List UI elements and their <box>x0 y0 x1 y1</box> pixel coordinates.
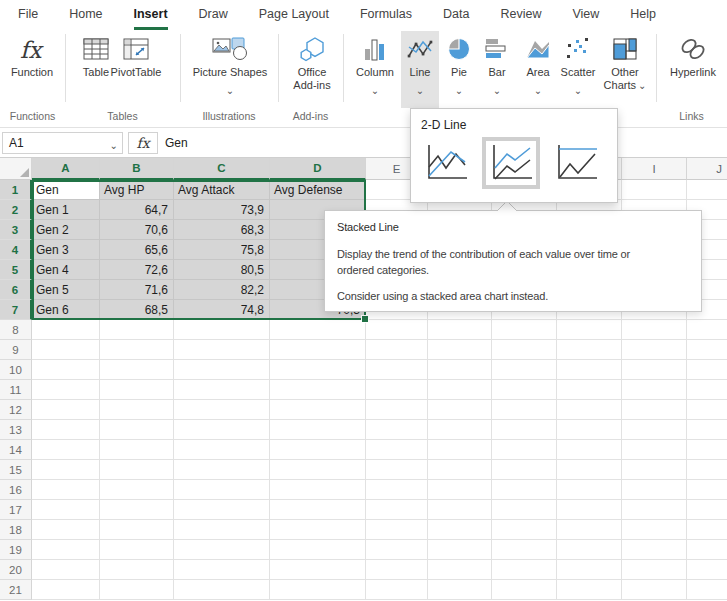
cell-E8[interactable] <box>366 320 428 340</box>
cell-G14[interactable] <box>492 440 557 460</box>
cell-D21[interactable] <box>270 580 366 600</box>
cell-A16[interactable] <box>32 480 100 500</box>
cell-F19[interactable] <box>428 540 492 560</box>
tab-view[interactable]: View <box>572 0 599 30</box>
row-header-15[interactable]: 15 <box>0 460 32 480</box>
cell-A2[interactable]: Gen 1 <box>32 200 100 220</box>
cell-B8[interactable] <box>100 320 174 340</box>
cell-J20[interactable] <box>687 560 727 580</box>
cell-I9[interactable] <box>622 340 687 360</box>
cell-C12[interactable] <box>174 400 270 420</box>
cell-G16[interactable] <box>492 480 557 500</box>
cell-G11[interactable] <box>492 380 557 400</box>
tab-data[interactable]: Data <box>443 0 469 30</box>
cell-H14[interactable] <box>557 440 622 460</box>
row-header-1[interactable]: 1 <box>0 180 32 200</box>
cell-J17[interactable] <box>687 500 727 520</box>
cell-C11[interactable] <box>174 380 270 400</box>
pie-chart-button[interactable]: Pie <box>441 32 477 91</box>
cell-D13[interactable] <box>270 420 366 440</box>
cell-J8[interactable] <box>687 320 727 340</box>
chart-option-100-stacked-line[interactable] <box>549 138 603 188</box>
cell-H12[interactable] <box>557 400 622 420</box>
cell-A5[interactable]: Gen 4 <box>32 260 100 280</box>
cell-E17[interactable] <box>366 500 428 520</box>
cell-J13[interactable] <box>687 420 727 440</box>
cell-B13[interactable] <box>100 420 174 440</box>
insert-function-button[interactable]: fx <box>128 132 158 154</box>
cell-F10[interactable] <box>428 360 492 380</box>
cell-B16[interactable] <box>100 480 174 500</box>
cell-A3[interactable]: Gen 2 <box>32 220 100 240</box>
cell-G17[interactable] <box>492 500 557 520</box>
cell-J21[interactable] <box>687 580 727 600</box>
column-header-B[interactable]: B <box>100 158 174 180</box>
cell-I15[interactable] <box>622 460 687 480</box>
tab-home[interactable]: Home <box>69 0 102 30</box>
cell-A4[interactable]: Gen 3 <box>32 240 100 260</box>
cell-B21[interactable] <box>100 580 174 600</box>
row-header-16[interactable]: 16 <box>0 480 32 500</box>
cell-E20[interactable] <box>366 560 428 580</box>
cell-F20[interactable] <box>428 560 492 580</box>
cell-H19[interactable] <box>557 540 622 560</box>
cell-G8[interactable] <box>492 320 557 340</box>
cell-D20[interactable] <box>270 560 366 580</box>
cell-C7[interactable]: 74,8 <box>174 300 270 320</box>
cell-A8[interactable] <box>32 320 100 340</box>
tab-help[interactable]: Help <box>630 0 656 30</box>
cell-C20[interactable] <box>174 560 270 580</box>
cell-C8[interactable] <box>174 320 270 340</box>
cell-G20[interactable] <box>492 560 557 580</box>
cell-F18[interactable] <box>428 520 492 540</box>
cell-B12[interactable] <box>100 400 174 420</box>
cell-F15[interactable] <box>428 460 492 480</box>
cell-J18[interactable] <box>687 520 727 540</box>
cell-C19[interactable] <box>174 540 270 560</box>
area-chart-button[interactable]: Area <box>517 32 559 91</box>
cell-B3[interactable]: 70,6 <box>100 220 174 240</box>
cell-G12[interactable] <box>492 400 557 420</box>
cell-C9[interactable] <box>174 340 270 360</box>
cell-I20[interactable] <box>622 560 687 580</box>
cell-B9[interactable] <box>100 340 174 360</box>
row-header-17[interactable]: 17 <box>0 500 32 520</box>
cell-F21[interactable] <box>428 580 492 600</box>
cell-C1[interactable]: Avg Attack <box>174 180 270 200</box>
cell-C5[interactable]: 80,5 <box>174 260 270 280</box>
name-box[interactable]: A1 <box>2 132 123 154</box>
cell-B20[interactable] <box>100 560 174 580</box>
row-header-12[interactable]: 12 <box>0 400 32 420</box>
cell-H21[interactable] <box>557 580 622 600</box>
cell-D17[interactable] <box>270 500 366 520</box>
hyperlink-button[interactable]: Hyperlink <box>664 32 722 79</box>
cell-C4[interactable]: 75,8 <box>174 240 270 260</box>
cell-E13[interactable] <box>366 420 428 440</box>
cell-F13[interactable] <box>428 420 492 440</box>
cell-H10[interactable] <box>557 360 622 380</box>
row-header-8[interactable]: 8 <box>0 320 32 340</box>
tab-draw[interactable]: Draw <box>199 0 228 30</box>
cell-D12[interactable] <box>270 400 366 420</box>
row-header-14[interactable]: 14 <box>0 440 32 460</box>
line-chart-button[interactable]: Line <box>402 32 438 91</box>
row-header-5[interactable]: 5 <box>0 260 32 280</box>
chart-option-stacked-line[interactable] <box>482 137 540 189</box>
cell-C18[interactable] <box>174 520 270 540</box>
cell-J11[interactable] <box>687 380 727 400</box>
cell-F9[interactable] <box>428 340 492 360</box>
cell-G9[interactable] <box>492 340 557 360</box>
cell-F12[interactable] <box>428 400 492 420</box>
cell-A15[interactable] <box>32 460 100 480</box>
cell-C13[interactable] <box>174 420 270 440</box>
cell-I18[interactable] <box>622 520 687 540</box>
cell-A13[interactable] <box>32 420 100 440</box>
column-header-A[interactable]: A <box>32 158 100 180</box>
picture-shapes-button[interactable]: Picture Shapes <box>190 32 270 91</box>
cell-B5[interactable]: 72,6 <box>100 260 174 280</box>
cell-I11[interactable] <box>622 380 687 400</box>
column-header-J[interactable]: J <box>687 158 727 180</box>
select-all-corner[interactable] <box>0 158 32 180</box>
cell-D15[interactable] <box>270 460 366 480</box>
bar-chart-button[interactable]: Bar <box>479 32 515 91</box>
